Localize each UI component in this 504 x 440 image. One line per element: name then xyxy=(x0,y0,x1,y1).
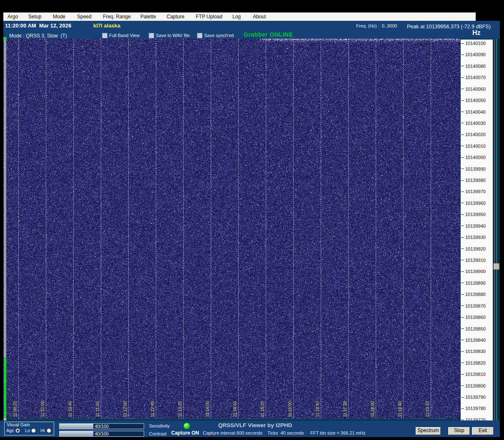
frequency-scrollbar[interactable] xyxy=(493,39,499,420)
time-gridline xyxy=(101,39,101,420)
time-gridline xyxy=(73,39,74,420)
menu-item-speed[interactable]: Speed xyxy=(77,14,92,20)
waterfall-canvas[interactable] xyxy=(3,39,461,420)
freq-tick-label: 10139880 xyxy=(465,292,486,297)
freq-tick-mark xyxy=(461,100,464,101)
freq-tick-row: 10139790 xyxy=(461,395,486,400)
freq-tick-mark xyxy=(461,374,464,375)
time-gridline xyxy=(238,39,239,420)
menu-item-freq-range[interactable]: Freq. Range xyxy=(103,14,131,20)
checkbox-save-synch-ed[interactable] xyxy=(197,33,202,38)
menu-item-log[interactable]: Log xyxy=(232,14,241,20)
station-callsign: kl7l alaska xyxy=(93,22,120,29)
freq-tick-row: 10139830 xyxy=(461,349,486,354)
time-tick-label: 11:17:20 xyxy=(343,401,347,417)
freq-tick-mark xyxy=(461,123,464,123)
capture-progress-track xyxy=(4,40,6,357)
freq-tick-mark xyxy=(461,89,464,89)
time-tick-label: 11:19:20 xyxy=(425,401,430,417)
freq-tick-mark xyxy=(461,306,464,306)
radio-label-lo: Lo xyxy=(25,428,30,433)
menu-item-setup[interactable]: Setup xyxy=(28,14,41,20)
exit-button[interactable]: Exit xyxy=(472,427,494,435)
time-tick-label: 11:15:20 xyxy=(260,401,265,417)
freq-tick-row: 10139930 xyxy=(461,235,486,240)
capture-progress-fill xyxy=(4,357,6,418)
time-tick-label: 11:13:20 xyxy=(178,401,182,417)
freq-tick-row: 10139880 xyxy=(461,292,486,297)
freq-tick-mark xyxy=(461,77,464,78)
freq-tick-row: 10139970 xyxy=(461,189,486,194)
sensitivity-slider[interactable]: 40/100 xyxy=(59,423,144,429)
freq-tick-label: 10139960 xyxy=(465,201,486,206)
checkbox-label: Save to WAV file xyxy=(156,33,190,38)
menu-item-argo[interactable]: Argo xyxy=(7,14,18,20)
freq-tick-row: 10140040 xyxy=(461,109,486,114)
freq-tick-mark xyxy=(461,408,464,409)
waterfall-display[interactable]: 11:09:2011:10:0011:10:4011:11:2011:12:00… xyxy=(3,39,461,420)
freq-tick-mark xyxy=(461,66,464,66)
menu-item-ftp-upload[interactable]: FTP Upload xyxy=(196,14,222,20)
checkbox-save-to-wav-file[interactable] xyxy=(149,33,154,38)
freq-tick-label: 10139890 xyxy=(465,281,486,286)
freq-tick-mark xyxy=(461,328,464,329)
checkbox-full-band-view[interactable] xyxy=(102,33,107,38)
freq-tick-mark xyxy=(461,340,464,340)
menu-item-mode[interactable]: Mode xyxy=(53,14,65,20)
freq-tick-row: 10140070 xyxy=(461,75,486,80)
freq-tick-row: 10139990 xyxy=(461,167,486,172)
spectrum-button[interactable]: Spectrum xyxy=(416,427,441,435)
time-tick-label: 11:12:00 xyxy=(123,401,127,417)
time-tick-label: 11:12:40 xyxy=(150,401,155,417)
freq-tick-mark xyxy=(461,260,464,260)
time-gridline xyxy=(266,39,266,420)
menu-item-about[interactable]: About xyxy=(253,14,266,20)
contrast-slider[interactable]: 40/100 xyxy=(59,431,144,437)
stop-button[interactable]: Stop xyxy=(448,427,470,435)
freq-tick-row: 10139800 xyxy=(461,383,486,388)
freq-tick-mark xyxy=(461,397,464,398)
freq-tick-mark xyxy=(461,43,464,44)
freq-tick-label: 10140090 xyxy=(465,52,486,57)
freq-tick-mark xyxy=(461,294,464,295)
freq-tick-row: 10140020 xyxy=(461,132,486,137)
radio-hi[interactable] xyxy=(47,428,51,433)
app-title: QRSS/VLF Viewer by I2PHD xyxy=(210,422,300,428)
freq-tick-label: 10139950 xyxy=(465,212,486,217)
freq-tick-row: 10139780 xyxy=(461,406,486,411)
freq-tick-label: 10140070 xyxy=(465,75,486,80)
freq-tick-label: 10139850 xyxy=(465,326,486,331)
bottom-control-bar: Visual Gain AgcLoHi 40/100 40/100 Sensit… xyxy=(0,420,500,437)
freq-tick-row: 10139950 xyxy=(461,212,486,217)
freq-tick-mark xyxy=(461,180,464,181)
time-gridline xyxy=(18,39,19,420)
freq-tick-label: 10140030 xyxy=(465,121,486,126)
freq-range-readout: Freq. (Hz) : 0..3000 xyxy=(356,23,397,28)
frequency-scale: 1014010010140090101400801014007010140060… xyxy=(461,40,493,424)
scrollbar-thumb[interactable] xyxy=(494,264,499,270)
capture-status: Capture ON xyxy=(171,430,199,436)
freq-tick-row: 10140060 xyxy=(461,87,486,92)
time-gridline xyxy=(376,39,376,420)
radio-agc[interactable] xyxy=(15,428,20,433)
menu-item-capture[interactable]: Capture xyxy=(167,14,185,20)
time-gridline xyxy=(128,39,129,420)
freq-tick-mark xyxy=(461,134,464,135)
freq-tick-label: 10140050 xyxy=(465,98,486,103)
menu-item-palette[interactable]: Palette xyxy=(140,14,156,20)
freq-tick-row: 10140090 xyxy=(461,52,486,57)
freq-tick-mark xyxy=(461,237,464,238)
scrollbar-track-line xyxy=(497,39,497,420)
time-tick-label: 11:10:00 xyxy=(40,401,45,417)
progress-top-marker xyxy=(3,37,7,40)
freq-tick-label: 10139820 xyxy=(465,360,486,365)
time-gridline xyxy=(156,39,156,420)
freq-tick-label: 10139800 xyxy=(465,383,486,388)
radio-lo[interactable] xyxy=(31,428,36,433)
freq-tick-mark xyxy=(461,55,464,55)
capture-interval-label: Capture interval 600 seconds xyxy=(203,430,262,435)
visual-gain-groupbox: Visual Gain AgcLoHi xyxy=(4,422,54,435)
capture-led-indicator xyxy=(183,423,190,430)
freq-tick-label: 10140020 xyxy=(465,132,486,137)
freq-tick-mark xyxy=(461,157,464,158)
